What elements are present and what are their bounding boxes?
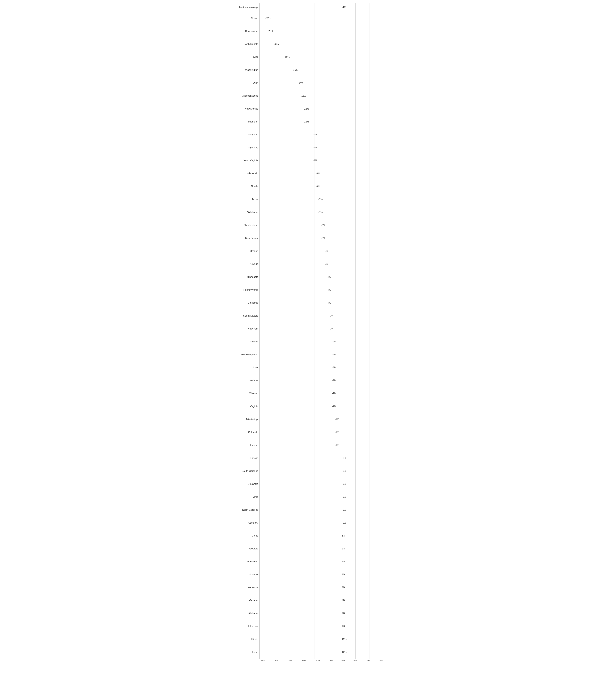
grid-line	[259, 206, 260, 219]
grid-line	[328, 452, 328, 465]
grid-line	[342, 206, 342, 219]
grid-line	[328, 167, 328, 180]
grid-line	[342, 180, 342, 193]
grid-line	[259, 374, 260, 387]
bar-value-label: -25%	[268, 30, 273, 32]
grid-line	[259, 167, 260, 180]
bar-section: -26%	[259, 12, 383, 25]
bar-row: Oregon-5%	[230, 245, 383, 257]
grid-line	[273, 115, 273, 128]
grid-line	[342, 400, 342, 413]
bar-wrapper: 0%	[342, 506, 342, 514]
grid-line	[273, 309, 273, 322]
grid-line	[355, 529, 356, 542]
bar-section: -4%	[259, 296, 383, 309]
state-label: California	[230, 301, 259, 304]
bar-value-label: 10%	[342, 638, 347, 640]
grid-line	[342, 12, 342, 25]
bar-value-label: -2%	[332, 392, 336, 395]
grid-line	[342, 439, 342, 452]
bar-row: Kansas0%	[230, 452, 383, 465]
grid-lines	[259, 555, 383, 568]
grid-line	[273, 141, 273, 154]
grid-lines	[259, 12, 383, 25]
bar-row: Arkansas9%	[230, 620, 383, 633]
state-label: Pennsylvania	[230, 289, 259, 291]
state-label: Indiana	[230, 444, 259, 447]
bar-row: Rhode Island-6%	[230, 219, 383, 232]
grid-line	[355, 387, 356, 400]
bar-section: 12%	[259, 646, 383, 659]
bar-section: -9%	[259, 128, 383, 141]
bar-section: -8%	[259, 180, 383, 193]
grid-lines	[259, 296, 383, 309]
state-label: Montana	[230, 573, 259, 576]
grid-line	[273, 206, 273, 219]
grid-line	[328, 516, 328, 529]
bar-section: 0%	[259, 503, 383, 516]
grid-line	[355, 89, 356, 102]
bar-section: -12%	[259, 102, 383, 115]
grid-line	[259, 141, 260, 154]
grid-line	[342, 51, 342, 64]
grid-line	[342, 257, 342, 270]
grid-lines	[259, 426, 383, 439]
state-label: New Hampshire	[230, 353, 259, 356]
grid-line	[342, 335, 342, 348]
grid-line	[355, 270, 356, 283]
grid-line	[259, 193, 260, 206]
grid-lines	[259, 633, 383, 646]
grid-line	[328, 25, 328, 38]
grid-line	[355, 426, 356, 439]
bar-section: -13%	[259, 89, 383, 102]
grid-lines	[259, 167, 383, 180]
bar-value-label: -8%	[316, 172, 320, 175]
grid-line	[355, 400, 356, 413]
bar-row: Kentucky0%	[230, 516, 383, 529]
grid-line	[259, 180, 260, 193]
bar-value-label: -14%	[298, 82, 303, 84]
grid-line	[259, 270, 260, 283]
grid-line	[259, 335, 260, 348]
state-label: Tennessee	[230, 560, 259, 563]
grid-line	[342, 64, 342, 77]
grid-line	[355, 503, 356, 516]
grid-line	[328, 245, 328, 257]
grid-line	[328, 257, 328, 270]
state-label: Idaho	[230, 651, 259, 654]
grid-line	[273, 25, 273, 38]
grid-line	[355, 516, 356, 529]
grid-line	[355, 361, 356, 374]
grid-lines	[259, 387, 383, 400]
grid-line	[355, 607, 356, 620]
bar-value-label: -7%	[318, 198, 323, 201]
bar-section: -2%	[259, 361, 383, 374]
bar-row: Iowa-2%	[230, 361, 383, 374]
bar	[342, 506, 342, 514]
grid-lines	[259, 180, 383, 193]
bar-section: -2%	[259, 374, 383, 387]
grid-lines	[259, 581, 383, 594]
state-label: Florida	[230, 185, 259, 188]
state-label: Wisconsin	[230, 172, 259, 175]
bar-section: -6%	[259, 232, 383, 245]
state-label: Vermont	[230, 599, 259, 602]
state-label: Alabama	[230, 612, 259, 615]
grid-lines	[259, 413, 383, 426]
grid-line	[328, 374, 328, 387]
grid-line	[328, 115, 328, 128]
state-label: New York	[230, 327, 259, 330]
state-label: Wyoming	[230, 146, 259, 149]
bar-value-label: 0%	[343, 509, 346, 511]
bar-section: -3%	[259, 322, 383, 335]
grid-line	[259, 219, 260, 232]
bar-section: -25%	[259, 25, 383, 38]
grid-line	[273, 426, 273, 439]
grid-line	[259, 361, 260, 374]
grid-line	[259, 465, 260, 477]
bar-value-label: -23%	[273, 43, 278, 45]
bar-section: 0%	[259, 516, 383, 529]
grid-line	[328, 361, 328, 374]
grid-lines	[259, 594, 383, 607]
bar-value-label: 3%	[342, 586, 345, 589]
